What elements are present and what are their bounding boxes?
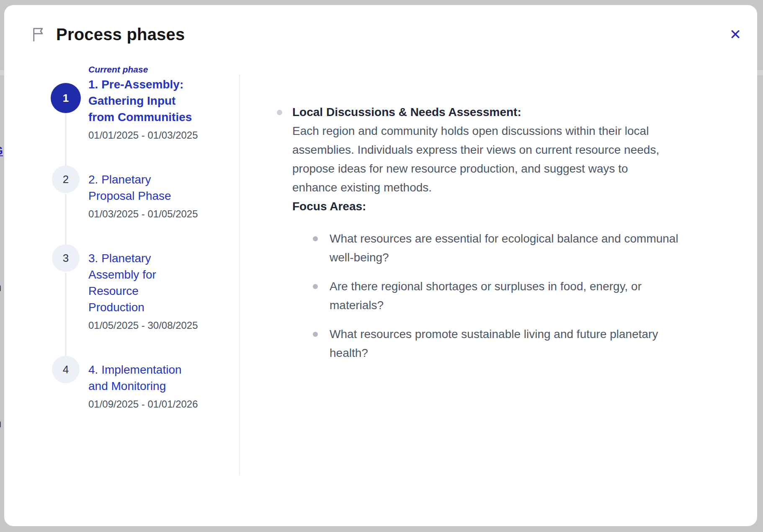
heading-colon: :	[517, 106, 521, 119]
description-paragraph: Each region and community holds open dis…	[292, 121, 661, 197]
phase-marker-column: 3	[51, 244, 81, 332]
description-list: Local Discussions & Needs Assessment: Ea…	[273, 103, 738, 362]
phase-1-details: Current phase 1. Pre-Assembly: Gathering…	[88, 64, 193, 142]
focus-area-item: Are there regional shortages or surpluse…	[311, 277, 686, 315]
phase-item-3[interactable]: 3 3. Planetary Assembly for Resource Pro…	[51, 244, 201, 332]
dialog-header: Process phases	[30, 25, 185, 44]
clipped-background-text: n	[0, 280, 1, 294]
phase-2-title-link[interactable]: 2. Planetary Proposal Phase	[88, 171, 193, 204]
focus-area-text: What resources promote sustainable livin…	[330, 328, 658, 359]
focus-area-item: What resources are essential for ecologi…	[311, 229, 686, 267]
current-phase-badge: Current phase	[88, 64, 193, 75]
phase-item-4[interactable]: 4 4. Implementation and Monitoring 01/09…	[51, 356, 201, 411]
phase-4-dates: 01/09/2025 - 01/01/2026	[88, 398, 193, 411]
bullet-icon	[313, 236, 318, 241]
phase-3-details: 3. Planetary Assembly for Resource Produ…	[88, 244, 193, 332]
phase-item-2[interactable]: 2 2. Planetary Proposal Phase 01/03/2025…	[51, 165, 201, 221]
bullet-icon	[277, 110, 282, 115]
phase-marker-column: 4	[51, 356, 81, 411]
bullet-icon	[313, 284, 318, 289]
phase-2-details: 2. Planetary Proposal Phase 01/03/2025 -…	[88, 165, 193, 221]
phase-marker-column: 1	[51, 64, 81, 142]
phase-1-title-link[interactable]: 1. Pre-Assembly: Gathering Input from Co…	[88, 76, 193, 125]
phase-3-title-link[interactable]: 3. Planetary Assembly for Resource Produ…	[88, 250, 193, 315]
process-phases-dialog: Process phases ✕ 1 Current phase 1. Pre-…	[4, 5, 757, 526]
phase-2-step-circle: 2	[52, 165, 80, 193]
phase-1-dates: 01/01/2025 - 01/03/2025	[88, 129, 193, 142]
bullet-icon	[313, 332, 318, 337]
focus-area-item: What resources promote sustainable livin…	[311, 325, 686, 362]
description-item: Local Discussions & Needs Assessment: Ea…	[273, 103, 738, 362]
phase-item-1[interactable]: 1 Current phase 1. Pre-Assembly: Gatheri…	[51, 64, 201, 142]
phase-description-panel: Local Discussions & Needs Assessment: Ea…	[273, 103, 738, 372]
phase-4-title-link[interactable]: 4. Implementation and Monitoring	[88, 362, 193, 394]
phase-3-dates: 01/05/2025 - 30/08/2025	[88, 319, 193, 332]
phase-marker-column: 2	[51, 165, 81, 221]
close-button[interactable]: ✕	[726, 25, 745, 44]
flag-icon	[30, 26, 48, 44]
description-heading: Local Discussions & Needs Assessment	[292, 106, 517, 119]
focus-area-text: Are there regional shortages or surpluse…	[330, 280, 642, 312]
phase-3-step-circle: 3	[52, 244, 80, 272]
phase-4-step-circle: 4	[52, 356, 80, 383]
focus-areas-list: What resources are essential for ecologi…	[311, 229, 738, 362]
focus-area-text: What resources are essential for ecologi…	[330, 232, 678, 264]
clipped-background-text: n	[0, 416, 1, 430]
column-divider	[239, 75, 240, 475]
phase-timeline: 1 Current phase 1. Pre-Assembly: Gatheri…	[51, 64, 201, 411]
phase-2-dates: 01/03/2025 - 01/05/2025	[88, 207, 193, 221]
phase-4-details: 4. Implementation and Monitoring 01/09/2…	[88, 356, 193, 411]
dialog-title: Process phases	[56, 25, 185, 44]
focus-areas-subheading: Focus Areas:	[292, 197, 738, 216]
description-heading-line: Local Discussions & Needs Assessment:	[292, 103, 738, 121]
phase-1-step-circle: 1	[51, 83, 81, 113]
clipped-background-link: G	[0, 145, 3, 158]
